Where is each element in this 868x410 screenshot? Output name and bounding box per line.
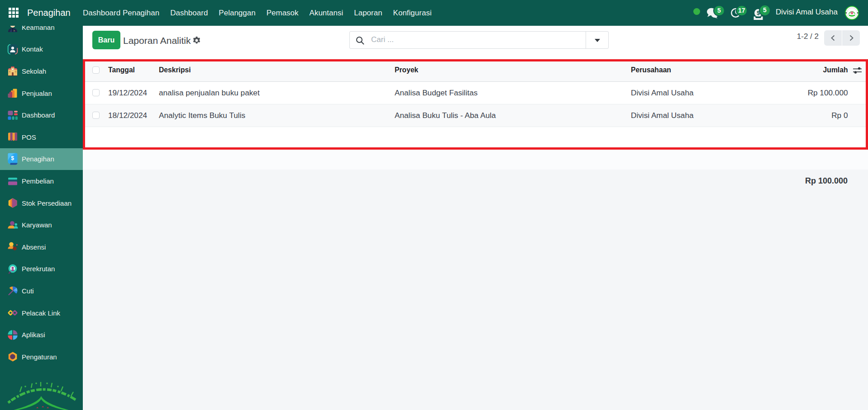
svg-text:$: $ — [11, 155, 14, 161]
